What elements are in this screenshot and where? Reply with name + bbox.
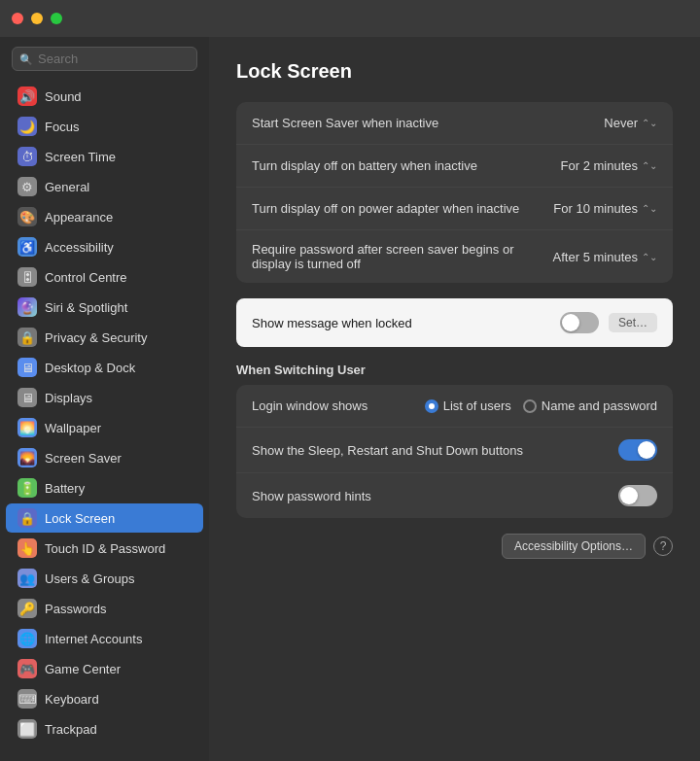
search-input[interactable] <box>12 47 197 71</box>
screen-saver-icon: 🌄 <box>18 448 37 467</box>
focus-label: Focus <box>45 120 79 134</box>
control-centre-icon: 🎛 <box>18 267 37 287</box>
password-hints-row: Show password hints <box>236 473 673 518</box>
settings-row-display-off-power: Turn display off on power adapter when i… <box>236 188 673 230</box>
display-off-power-value[interactable]: For 10 minutes ⌃⌄ <box>553 201 657 216</box>
trackpad-label: Trackpad <box>45 722 97 737</box>
game-center-label: Game Center <box>45 662 121 676</box>
wallpaper-label: Wallpaper <box>45 421 101 435</box>
internet-accounts-icon: 🌐 <box>18 629 37 648</box>
show-message-toggle[interactable] <box>560 312 599 333</box>
sidebar-item-internet-accounts[interactable]: 🌐Internet Accounts <box>6 624 203 653</box>
screen-saver-inactive-label: Start Screen Saver when inactive <box>252 116 604 130</box>
help-button[interactable]: ? <box>653 536 673 556</box>
accessibility-options-row: Accessibility Options… ? <box>236 534 673 559</box>
sidebar-item-accessibility[interactable]: ♿Accessibility <box>6 232 203 261</box>
sidebar: 🔍 🔊Sound🌙Focus⏱Screen Time⚙General🎨Appea… <box>0 37 209 761</box>
keyboard-icon: ⌨ <box>18 689 37 709</box>
password-hints-label: Show password hints <box>252 489 618 503</box>
battery-label: Battery <box>45 481 85 496</box>
screen-time-icon: ⏱ <box>18 147 37 166</box>
display-off-battery-value[interactable]: For 2 minutes ⌃⌄ <box>561 158 657 173</box>
battery-icon: 🔋 <box>18 478 37 498</box>
desktop-dock-icon: 🖥 <box>18 358 37 377</box>
sleep-restart-row: Show the Sleep, Restart and Shut Down bu… <box>236 428 673 473</box>
screen-saver-inactive-dropdown-arrow: ⌃⌄ <box>642 118 657 128</box>
sidebar-item-passwords[interactable]: 🔑Passwords <box>6 594 203 623</box>
require-password-label: Require password after screen saver begi… <box>252 242 553 271</box>
maximize-button[interactable] <box>51 13 62 24</box>
touch-id-icon: 👆 <box>18 538 37 558</box>
screen-saver-label: Screen Saver <box>45 451 122 466</box>
close-button[interactable] <box>12 13 23 24</box>
accessibility-label: Accessibility <box>45 240 114 255</box>
sidebar-item-touch-id[interactable]: 👆Touch ID & Password <box>6 534 203 563</box>
sidebar-item-privacy-security[interactable]: 🔒Privacy & Security <box>6 323 203 352</box>
sidebar-item-siri-spotlight[interactable]: 🔮Siri & Spotlight <box>6 293 203 322</box>
wallpaper-icon: 🌅 <box>18 418 37 437</box>
show-message-card: Show message when locked Set… <box>236 298 673 347</box>
screen-saver-inactive-value[interactable]: Never ⌃⌄ <box>604 116 657 130</box>
keyboard-label: Keyboard <box>45 692 99 707</box>
sidebar-item-control-centre[interactable]: 🎛Control Centre <box>6 262 203 292</box>
login-window-row: Login window shows List of users Name an… <box>236 385 673 428</box>
sidebar-item-wallpaper[interactable]: 🌅Wallpaper <box>6 413 203 442</box>
sidebar-item-sound[interactable]: 🔊Sound <box>6 82 203 111</box>
sidebar-item-focus[interactable]: 🌙Focus <box>6 112 203 141</box>
focus-icon: 🌙 <box>18 117 37 136</box>
sidebar-item-trackpad[interactable]: ⬜Trackpad <box>6 714 203 744</box>
sidebar-item-lock-screen[interactable]: 🔒Lock Screen <box>6 503 203 533</box>
minimize-button[interactable] <box>31 13 43 24</box>
switching-user-header: When Switching User <box>236 363 673 377</box>
sleep-restart-knob <box>638 441 655 459</box>
switching-user-section: Login window shows List of users Name an… <box>236 385 673 518</box>
display-off-power-dropdown-arrow: ⌃⌄ <box>642 203 657 214</box>
sleep-restart-toggle[interactable] <box>618 439 657 461</box>
toggle-knob <box>562 314 579 331</box>
privacy-security-icon: 🔒 <box>18 328 37 347</box>
sidebar-item-screen-saver[interactable]: 🌄Screen Saver <box>6 443 203 472</box>
main-layout: 🔍 🔊Sound🌙Focus⏱Screen Time⚙General🎨Appea… <box>0 37 700 761</box>
show-message-label: Show message when locked <box>252 316 412 330</box>
set-message-button[interactable]: Set… <box>609 313 657 332</box>
screen-time-label: Screen Time <box>45 150 116 164</box>
passwords-icon: 🔑 <box>18 599 37 618</box>
require-password-dropdown-arrow: ⌃⌄ <box>642 252 657 262</box>
require-password-value[interactable]: After 5 minutes ⌃⌄ <box>553 250 657 264</box>
sidebar-items-container: 🔊Sound🌙Focus⏱Screen Time⚙General🎨Appeara… <box>0 82 209 744</box>
password-hints-knob <box>620 487 638 504</box>
show-message-controls: Set… <box>560 312 657 333</box>
lock-screen-label: Lock Screen <box>45 511 115 526</box>
settings-row-display-off-battery: Turn display off on battery when inactiv… <box>236 145 673 188</box>
sidebar-item-keyboard[interactable]: ⌨Keyboard <box>6 684 203 713</box>
passwords-label: Passwords <box>45 602 107 616</box>
name-and-password-radio[interactable] <box>523 399 537 413</box>
name-and-password-option[interactable]: Name and password <box>523 398 657 413</box>
internet-accounts-label: Internet Accounts <box>45 632 142 646</box>
sidebar-item-screen-time[interactable]: ⏱Screen Time <box>6 142 203 171</box>
settings-row-require-password: Require password after screen saver begi… <box>236 230 673 283</box>
users-groups-label: Users & Groups <box>45 571 134 586</box>
sidebar-item-appearance[interactable]: 🎨Appearance <box>6 202 203 231</box>
accessibility-options-button[interactable]: Accessibility Options… <box>502 534 646 559</box>
display-off-battery-label: Turn display off on battery when inactiv… <box>252 158 561 173</box>
sidebar-item-displays[interactable]: 🖥Displays <box>6 383 203 412</box>
password-hints-toggle[interactable] <box>618 485 657 506</box>
settings-row-screen-saver-inactive: Start Screen Saver when inactiveNever ⌃⌄ <box>236 102 673 145</box>
siri-spotlight-label: Siri & Spotlight <box>45 300 127 315</box>
control-centre-label: Control Centre <box>45 270 127 285</box>
accessibility-icon: ♿ <box>18 237 37 257</box>
sidebar-item-game-center[interactable]: 🎮Game Center <box>6 654 203 683</box>
displays-label: Displays <box>45 391 92 405</box>
sound-icon: 🔊 <box>18 86 37 106</box>
display-off-power-label: Turn display off on power adapter when i… <box>252 201 553 216</box>
settings-rows-container: Start Screen Saver when inactiveNever ⌃⌄… <box>236 102 673 283</box>
sidebar-item-desktop-dock[interactable]: 🖥Desktop & Dock <box>6 353 203 382</box>
sidebar-item-users-groups[interactable]: 👥Users & Groups <box>6 564 203 593</box>
sidebar-item-battery[interactable]: 🔋Battery <box>6 473 203 502</box>
list-of-users-radio[interactable] <box>425 399 438 413</box>
sleep-restart-label: Show the Sleep, Restart and Shut Down bu… <box>252 443 618 458</box>
sidebar-item-general[interactable]: ⚙General <box>6 172 203 201</box>
search-wrapper: 🔍 <box>12 47 197 71</box>
list-of-users-option[interactable]: List of users <box>425 398 511 413</box>
